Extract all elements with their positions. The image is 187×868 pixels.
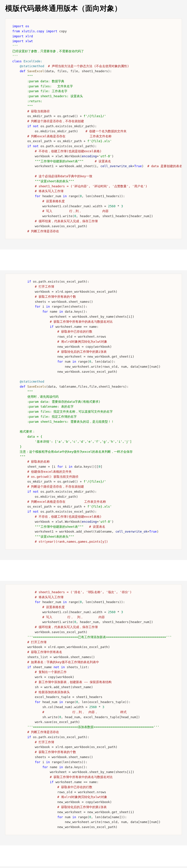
code-block-1: import os from xlutils.copy import copy … (5, 19, 182, 239)
code-block-3: # sheet1_headers = ('排名', '球队名称', '场次', … (5, 584, 182, 835)
page-title: 模版代码最终通用版本（面向对象） (0, 0, 187, 15)
code-block-2: if os.path.exists(os_excel_path): # 打开工作… (5, 274, 182, 550)
